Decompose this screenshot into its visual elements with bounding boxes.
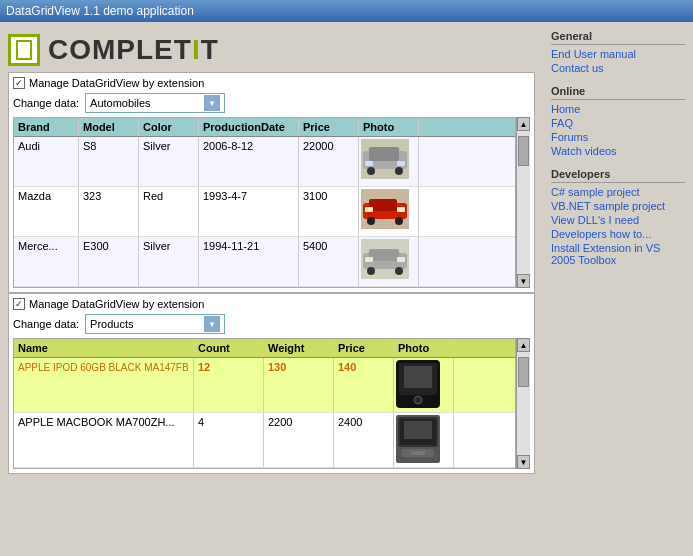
grid1-scroll-up[interactable]: ▲ (517, 117, 530, 131)
grid2-scroll-track[interactable] (517, 352, 530, 455)
svg-point-3 (367, 167, 375, 175)
prod-row1-photo (394, 358, 454, 412)
auto-row2-price: 3100 (299, 187, 359, 236)
auto-row3-color: Silver (139, 237, 199, 286)
grid2-scroll-up[interactable]: ▲ (517, 338, 530, 352)
auto-row-1[interactable]: Audi S8 Silver 2006-8-12 22000 (14, 137, 515, 187)
auto-row1-brand: Audi (14, 137, 79, 186)
sidebar-link-dll[interactable]: View DLL's I need (551, 213, 685, 227)
svg-point-4 (395, 167, 403, 175)
grid2-scrollbar[interactable]: ▲ ▼ (516, 338, 530, 469)
svg-point-11 (395, 217, 403, 225)
sidebar-section-developers: Developers C# sample project VB.NET samp… (551, 168, 685, 267)
prod-row1-price: 140 (334, 358, 394, 412)
main-content: COMPLETIT ✓ Manage DataGridView by exten… (0, 22, 543, 556)
auto-row-3[interactable]: Merce... E300 Silver 1994-11-21 5400 (14, 237, 515, 287)
auto-row3-model: E300 (79, 237, 139, 286)
sidebar-link-home[interactable]: Home (551, 102, 685, 116)
auto-row2-photo (359, 187, 419, 236)
logo-area: COMPLETIT (8, 28, 535, 72)
svg-rect-31 (411, 451, 425, 455)
panel1-change-data-label: Change data: (13, 97, 79, 109)
prod-row2-count: 4 (194, 413, 264, 467)
panel2-dropdown-arrow[interactable]: ▼ (204, 316, 220, 332)
prod-row-2[interactable]: APPLE MACBOOK MA700ZH... 4 2200 2400 (14, 413, 515, 468)
sidebar-link-forums[interactable]: Forums (551, 130, 685, 144)
sidebar-link-vbnet[interactable]: VB.NET sample project (551, 199, 685, 213)
col-price: Price (299, 118, 359, 136)
grid1-scroll-track[interactable] (517, 131, 530, 274)
col-model: Model (79, 118, 139, 136)
svg-rect-23 (404, 366, 432, 388)
auto-row2-date: 1993-4-7 (199, 187, 299, 236)
sidebar-link-dev-howto[interactable]: Developers how to... (551, 227, 685, 241)
panel1-header: ✓ Manage DataGridView by extension (13, 77, 530, 89)
sidebar-section-online: Online Home FAQ Forums Watch videos (551, 85, 685, 158)
prod-col-photo: Photo (394, 339, 454, 357)
grid2-scroll-down[interactable]: ▼ (517, 455, 530, 469)
grid1-scrollbar[interactable]: ▲ ▼ (516, 117, 530, 288)
auto-row1-photo-svg (361, 139, 409, 179)
prod-col-count: Count (194, 339, 264, 357)
prod-row1-name-link[interactable]: APPLE IPOD 60GB BLACK MA147FB (18, 362, 189, 373)
svg-rect-20 (397, 257, 405, 262)
panel2-checkbox[interactable]: ✓ (13, 298, 25, 310)
prod-row2-photo-svg (396, 415, 440, 463)
grid1-scroll-thumb[interactable] (518, 136, 529, 166)
sidebar-link-end-user-manual[interactable]: End User manual (551, 47, 685, 61)
right-sidebar: General End User manual Contact us Onlin… (543, 22, 693, 556)
sidebar-link-watch-videos[interactable]: Watch videos (551, 144, 685, 158)
panel2-dropdown-value: Products (90, 318, 133, 330)
sidebar-link-install-ext[interactable]: Install Extension in VS 2005 Toolbox (551, 241, 685, 267)
prod-row2-name: APPLE MACBOOK MA700ZH... (14, 413, 194, 467)
panel1-change-data-row: Change data: Automobiles ▼ (13, 93, 530, 113)
svg-rect-16 (369, 249, 399, 261)
panel1-dropdown[interactable]: Automobiles ▼ (85, 93, 225, 113)
auto-row1-photo (359, 137, 419, 186)
sidebar-title-developers: Developers (551, 168, 685, 183)
grid2-scroll-thumb[interactable] (518, 357, 529, 387)
automobiles-panel: ✓ Manage DataGridView by extension Chang… (8, 72, 535, 293)
auto-row1-color: Silver (139, 137, 199, 186)
auto-row3-date: 1994-11-21 (199, 237, 299, 286)
col-proddate: ProductionDate (199, 118, 299, 136)
panel2-dropdown[interactable]: Products ▼ (85, 314, 225, 334)
svg-rect-29 (404, 421, 432, 439)
prod-row-1[interactable]: APPLE IPOD 60GB BLACK MA147FB 12 130 140 (14, 358, 515, 413)
svg-rect-2 (369, 147, 399, 161)
automobiles-grid-container: Brand Model Color ProductionDate Price P… (13, 117, 530, 288)
auto-row1-date: 2006-8-12 (199, 137, 299, 186)
prod-col-name: Name (14, 339, 194, 357)
sidebar-title-general: General (551, 30, 685, 45)
panel1-checkbox[interactable]: ✓ (13, 77, 25, 89)
sidebar-section-general: General End User manual Contact us (551, 30, 685, 75)
products-grid-container: Name Count Weight Price Photo APPLE IPOD… (13, 338, 530, 469)
products-panel: ✓ Manage DataGridView by extension Chang… (8, 293, 535, 474)
prod-row2-photo (394, 413, 454, 467)
panel1-dropdown-arrow[interactable]: ▼ (204, 95, 220, 111)
prod-row2-price: 2400 (334, 413, 394, 467)
auto-row-2[interactable]: Mazda 323 Red 1993-4-7 3100 (14, 187, 515, 237)
logo-box (8, 34, 40, 66)
svg-point-25 (416, 398, 420, 402)
products-grid: Name Count Weight Price Photo APPLE IPOD… (13, 338, 516, 469)
auto-row3-photo-svg (361, 239, 409, 279)
sidebar-link-faq[interactable]: FAQ (551, 116, 685, 130)
col-brand: Brand (14, 118, 79, 136)
prod-col-weight: Weight (264, 339, 334, 357)
sidebar-link-contact-us[interactable]: Contact us (551, 61, 685, 75)
prod-row1-count: 12 (194, 358, 264, 412)
products-grid-header: Name Count Weight Price Photo (14, 339, 515, 358)
svg-point-17 (367, 267, 375, 275)
panel2-header: ✓ Manage DataGridView by extension (13, 298, 530, 310)
sidebar-link-csharp[interactable]: C# sample project (551, 185, 685, 199)
logo-highlight: I (192, 34, 201, 65)
grid1-scroll-down[interactable]: ▼ (517, 274, 530, 288)
app-title: DataGridView 1.1 demo application (6, 4, 194, 18)
panel1-checkbox-label: Manage DataGridView by extension (29, 77, 204, 89)
auto-row2-photo-svg (361, 189, 409, 229)
auto-row1-price: 22000 (299, 137, 359, 186)
svg-rect-13 (397, 207, 405, 212)
col-color: Color (139, 118, 199, 136)
auto-row3-brand: Merce... (14, 237, 79, 286)
